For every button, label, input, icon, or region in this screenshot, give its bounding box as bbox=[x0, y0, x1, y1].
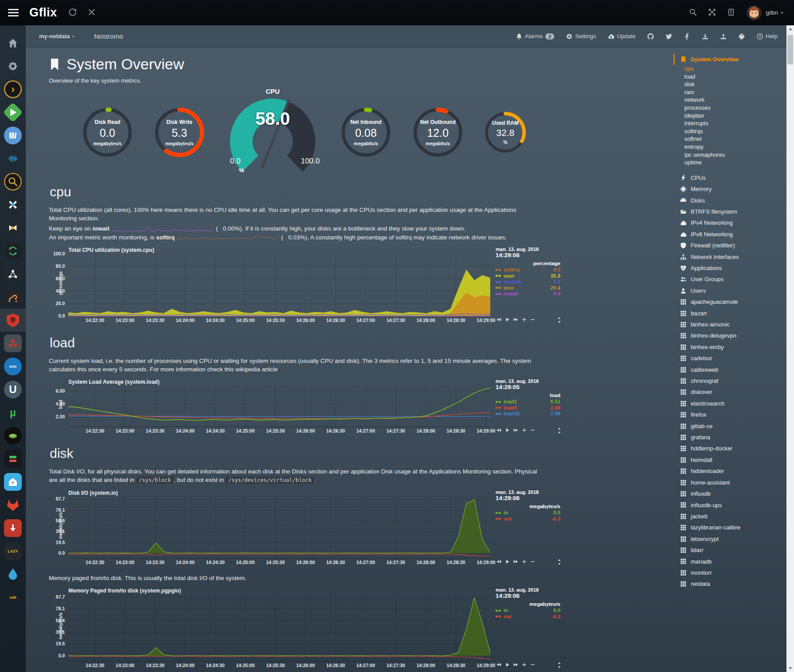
legend-row-out[interactable]: out-5.2 bbox=[496, 614, 561, 620]
user-menu[interactable]: gilbn bbox=[766, 9, 784, 16]
chart-plot-area[interactable] bbox=[68, 386, 490, 427]
fullscreen-icon[interactable] bbox=[708, 8, 716, 17]
menu-section-cpus[interactable]: CPUs bbox=[674, 172, 786, 183]
menu-app-hddtemp-docker[interactable]: hddtemp-docker bbox=[674, 443, 786, 454]
sidebar-app-gitlab[interactable] bbox=[0, 493, 26, 517]
legend-row-out[interactable]: out-5.3 bbox=[496, 516, 561, 522]
menu-app-binhex-delugevpn[interactable]: binhex-delugevpn bbox=[674, 330, 786, 341]
chart-pgpgio[interactable]: Memory Paged from/to disk (system.pgpgio… bbox=[49, 588, 564, 669]
menu-sub-load[interactable]: load bbox=[674, 73, 786, 81]
sidebar-app-green-disc-app[interactable] bbox=[0, 424, 26, 447]
menu-sub-uptime[interactable]: uptime bbox=[674, 159, 786, 167]
legend-row-nice[interactable]: nice20.4 bbox=[496, 285, 561, 291]
menu-section-users[interactable]: Users bbox=[674, 285, 786, 296]
close-tab-icon[interactable] bbox=[88, 8, 95, 17]
sidebar-app-emby[interactable] bbox=[0, 101, 26, 124]
menu-section-network-interfaces[interactable]: Network Interfaces bbox=[674, 251, 786, 262]
chart-resize-handle[interactable] bbox=[556, 662, 562, 668]
chart-pan-forward-icon[interactable] bbox=[513, 428, 518, 433]
print-button[interactable] bbox=[738, 33, 745, 40]
legend-row-iowait[interactable]: iowait0.0 bbox=[496, 291, 561, 297]
menu-app-lidarr[interactable]: lidarr bbox=[674, 545, 786, 556]
menu-app-elasticsearch[interactable]: elasticsearch bbox=[674, 398, 786, 409]
menu-sub-ram[interactable]: ram bbox=[674, 88, 786, 96]
chart-resize-handle[interactable] bbox=[556, 317, 562, 323]
legend-row-user[interactable]: user35.3 bbox=[496, 273, 561, 279]
chart-play-icon[interactable] bbox=[505, 317, 510, 322]
menu-icon[interactable] bbox=[8, 7, 19, 18]
sidebar-app-settings[interactable] bbox=[0, 55, 26, 78]
menu-app-apacheguacamole[interactable]: apacheguacamole bbox=[674, 296, 786, 307]
chart-pan-forward-icon[interactable] bbox=[513, 317, 518, 322]
sidebar-app-library[interactable] bbox=[0, 124, 26, 147]
menu-section-memory[interactable]: Memory bbox=[674, 183, 786, 195]
menu-sub-cpu[interactable]: cpu bbox=[674, 65, 786, 73]
menu-app-heimdall[interactable]: heimdall bbox=[674, 454, 786, 465]
chart-zoom-in-icon[interactable] bbox=[522, 662, 527, 668]
menu-section-ipv6-networking[interactable]: IPv6 Networking bbox=[674, 229, 786, 240]
chart-resize-handle[interactable] bbox=[556, 427, 562, 434]
legend-row-system[interactable]: system2.3 bbox=[496, 279, 561, 285]
menu-section-btrfs-filesystem[interactable]: BTRFS filesystem bbox=[674, 206, 786, 217]
menu-sub-processes[interactable]: processes bbox=[674, 104, 786, 112]
legend-row-load1[interactable]: load16.51 bbox=[496, 399, 561, 405]
sidebar-app-utorrent[interactable]: µ bbox=[0, 401, 26, 424]
menu-app-cadvisor[interactable]: cadvisor bbox=[674, 353, 786, 364]
chart-pan-backward-icon[interactable] bbox=[496, 317, 501, 322]
menu-sub-idlejitter[interactable]: idlejitter bbox=[674, 112, 786, 120]
sidebar-app-grafana[interactable] bbox=[0, 286, 26, 309]
search-icon[interactable] bbox=[689, 8, 697, 17]
chart-zoom-in-icon[interactable] bbox=[522, 559, 527, 565]
menu-sub-softirqs[interactable]: softirqs bbox=[674, 127, 786, 135]
sidebar-app-monitorr[interactable] bbox=[0, 447, 26, 470]
menu-sub-network[interactable]: network bbox=[674, 96, 786, 104]
sidebar-app-home[interactable] bbox=[0, 32, 26, 55]
gauge-net-outbound[interactable]: Net Outbound12.0megabits/s bbox=[412, 107, 464, 158]
legend-row-softirq[interactable]: softirq0.0 bbox=[496, 267, 561, 273]
sidebar-app-airsonic[interactable] bbox=[0, 147, 26, 170]
chart-resize-handle[interactable] bbox=[556, 559, 562, 565]
menu-app-hiddenloader[interactable]: hiddenloader bbox=[674, 465, 786, 477]
menu-app-jackett[interactable]: jackett bbox=[674, 511, 786, 522]
github-button[interactable] bbox=[647, 33, 654, 40]
menu-app-letsencrypt[interactable]: letsencrypt bbox=[674, 533, 786, 545]
menu-sub-ipc-semaphores[interactable]: ipc semaphores bbox=[674, 151, 786, 159]
chart-pan-forward-icon[interactable] bbox=[513, 559, 518, 565]
chart-play-icon[interactable] bbox=[505, 662, 510, 668]
wikipedia-link[interactable]: wikipedia article bbox=[235, 366, 278, 373]
refresh-icon[interactable] bbox=[69, 8, 76, 17]
chart-zoom-in-icon[interactable] bbox=[522, 317, 527, 322]
chart-zoom-out-icon[interactable] bbox=[530, 559, 535, 565]
chart-pan-forward-icon[interactable] bbox=[513, 662, 518, 668]
menu-app-diskover[interactable]: diskover bbox=[674, 386, 786, 398]
menu-sub-softnet[interactable]: softnet bbox=[674, 135, 786, 143]
sidebar-app-netdata-tab[interactable] bbox=[0, 309, 26, 332]
menu-app-chronograf[interactable]: chronograf bbox=[674, 375, 786, 386]
sidebar-app-unifi[interactable]: U bbox=[0, 378, 26, 401]
sidebar-app-download-app[interactable] bbox=[0, 517, 26, 540]
sidebar-app-deluge[interactable] bbox=[0, 563, 26, 586]
legend-row-load15[interactable]: load152.06 bbox=[496, 411, 561, 417]
sidebar-app-cubes-app[interactable] bbox=[0, 332, 26, 355]
sidebar-app-plex[interactable]: › bbox=[0, 78, 26, 101]
menu-section-firewall-netfilter-[interactable]: Firewall (netfilter) bbox=[674, 240, 786, 251]
menu-app-grafana[interactable]: grafana bbox=[674, 432, 786, 443]
chart-zoom-out-icon[interactable] bbox=[530, 428, 535, 433]
gauge-cpu[interactable]: CPU58.00.0100.0% bbox=[226, 87, 320, 173]
menu-app-calibreweb[interactable]: calibreweb bbox=[674, 364, 786, 375]
chart-zoom-in-icon[interactable] bbox=[522, 428, 527, 433]
menu-section-applications[interactable]: Applications bbox=[674, 262, 786, 274]
sidebar-app-home-assistant[interactable] bbox=[0, 470, 26, 493]
legend-row-in[interactable]: in0.0 bbox=[496, 510, 561, 516]
sidebar-app-nextcloud[interactable]: ooo bbox=[0, 355, 26, 378]
menu-app-monitorr[interactable]: monitorr bbox=[674, 567, 786, 578]
legend-row-in[interactable]: in0.0 bbox=[496, 608, 561, 614]
chart-pan-backward-icon[interactable] bbox=[496, 559, 501, 565]
gauge-disk-write[interactable]: Disk Write5.3megabytes/s bbox=[154, 107, 205, 158]
sidebar-app-kitana[interactable] bbox=[0, 193, 26, 216]
chart-play-icon[interactable] bbox=[505, 559, 510, 565]
sidebar-app-lazylibrarian[interactable]: LAZY bbox=[0, 540, 26, 563]
sidebar-app-sabnzbd[interactable]: sab bbox=[0, 586, 26, 609]
help-button[interactable]: Help bbox=[757, 33, 778, 40]
menu-app-influxdb[interactable]: influxdb bbox=[674, 488, 786, 499]
